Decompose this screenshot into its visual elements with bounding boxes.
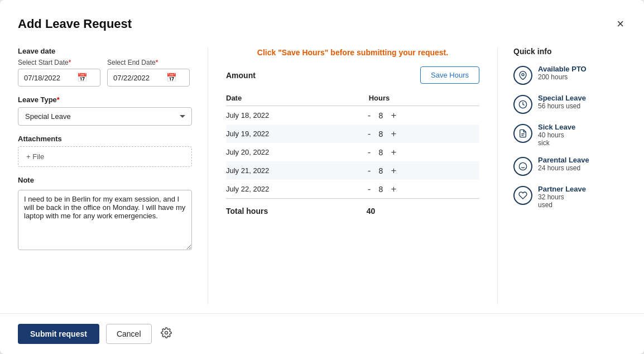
- row-date: July 19, 2022: [226, 125, 358, 143]
- cancel-button[interactable]: Cancel: [106, 324, 152, 344]
- date-row: Select Start Date* 📅 Select End Date* 📅: [18, 59, 192, 87]
- row-date: July 22, 2022: [226, 180, 358, 199]
- qi-text-4: Partner Leave 32 hoursused: [538, 185, 586, 209]
- row-hours-cell: - 8 +: [358, 106, 479, 125]
- table-row: July 19, 2022 - 8 +: [226, 125, 479, 143]
- increment-button[interactable]: +: [390, 166, 397, 175]
- qi-icon-4: [513, 186, 532, 205]
- hours-value: 8: [376, 111, 385, 120]
- file-upload-label: + File: [26, 152, 44, 161]
- row-date: July 20, 2022: [226, 143, 358, 161]
- qi-detail: 200 hours: [538, 73, 587, 81]
- decrement-button[interactable]: -: [367, 184, 372, 194]
- qi-text-3: Parental Leave 24 hours used: [538, 156, 589, 172]
- save-hours-button[interactable]: Save Hours: [420, 66, 479, 84]
- decrement-button[interactable]: -: [367, 147, 372, 157]
- decrement-button[interactable]: -: [367, 111, 372, 120]
- leave-date-label: Leave date: [18, 47, 192, 55]
- quick-info-items: Available PTO 200 hours Special Leave 56…: [513, 65, 626, 209]
- qi-icon-2: [513, 124, 532, 143]
- end-date-wrapper: 📅: [107, 69, 190, 87]
- qi-name: Special Leave: [538, 94, 586, 102]
- quick-info-item: Partner Leave 32 hoursused: [513, 185, 626, 209]
- modal-body: Leave date Select Start Date* 📅 Select E…: [0, 38, 644, 304]
- qi-icon-1: [513, 95, 532, 114]
- end-date-group: Select End Date* 📅: [107, 59, 190, 87]
- right-column: Quick info Available PTO 200 hours Speci…: [498, 47, 626, 304]
- increment-button[interactable]: +: [390, 184, 397, 194]
- end-date-label: Select End Date*: [107, 59, 190, 66]
- start-date-input[interactable]: [24, 74, 77, 82]
- start-date-wrapper: 📅: [18, 69, 100, 87]
- qi-detail: 24 hours used: [538, 164, 589, 172]
- increment-button[interactable]: +: [390, 129, 397, 138]
- table-row: July 21, 2022 - 8 +: [226, 161, 479, 180]
- left-column: Leave date Select Start Date* 📅 Select E…: [18, 47, 208, 304]
- leave-type-select[interactable]: Special Leave Annual Leave Sick Leave Pa…: [18, 107, 192, 126]
- modal-title: Add Leave Request: [18, 17, 132, 31]
- amount-label: Amount: [226, 71, 256, 80]
- leave-type-section: Leave Type* Special Leave Annual Leave S…: [18, 95, 192, 126]
- quick-info-title: Quick info: [513, 47, 626, 56]
- qi-name: Available PTO: [538, 65, 587, 73]
- start-date-group: Select Start Date* 📅: [18, 59, 100, 87]
- settings-button[interactable]: [158, 325, 174, 343]
- file-upload-box[interactable]: + File: [18, 146, 192, 167]
- attachments-label: Attachments: [18, 135, 192, 143]
- hours-table: Date Hours July 18, 2022 - 8 + July 19, …: [226, 90, 479, 220]
- row-hours-cell: - 8 +: [358, 125, 479, 143]
- hours-value: 8: [376, 130, 385, 138]
- qi-name: Sick Leave: [538, 123, 575, 131]
- row-hours-cell: - 8 +: [358, 143, 479, 161]
- svg-point-4: [519, 162, 526, 170]
- qi-icon-0: [513, 66, 532, 85]
- attachments-section: Attachments + File: [18, 135, 192, 167]
- quick-info-item: Sick Leave 40 hourssick: [513, 123, 626, 147]
- middle-column: Click "Save Hours" before submitting you…: [208, 47, 498, 304]
- close-button[interactable]: ×: [614, 16, 626, 32]
- qi-detail: 56 hours used: [538, 102, 586, 110]
- qi-detail: 40 hourssick: [538, 131, 575, 147]
- qi-text-0: Available PTO 200 hours: [538, 65, 587, 81]
- end-date-input[interactable]: [113, 74, 166, 82]
- qi-text-1: Special Leave 56 hours used: [538, 94, 586, 110]
- leave-type-label: Leave Type*: [18, 95, 192, 104]
- table-row: July 18, 2022 - 8 +: [226, 106, 479, 125]
- svg-point-7: [165, 331, 167, 334]
- qi-name: Parental Leave: [538, 156, 589, 164]
- note-label: Note: [18, 176, 192, 184]
- qi-icon-3: [513, 157, 532, 176]
- modal-footer: Submit request Cancel: [0, 313, 644, 354]
- table-row: July 22, 2022 - 8 +: [226, 180, 479, 199]
- note-section: Note I need to be in Berlin for my exam …: [18, 176, 192, 252]
- hours-value: 8: [376, 166, 385, 175]
- note-textarea[interactable]: I need to be in Berlin for my exam sessi…: [18, 190, 192, 250]
- save-warning: Click "Save Hours" before submitting you…: [226, 47, 479, 59]
- submit-button[interactable]: Submit request: [18, 324, 99, 344]
- svg-point-0: [522, 74, 524, 76]
- decrement-button[interactable]: -: [367, 166, 372, 175]
- qi-detail: 32 hoursused: [538, 193, 586, 209]
- start-date-label: Select Start Date*: [18, 59, 100, 66]
- hours-value: 8: [376, 185, 385, 194]
- end-date-calendar-icon[interactable]: 📅: [166, 73, 177, 83]
- qi-text-2: Sick Leave 40 hourssick: [538, 123, 575, 147]
- hours-value: 8: [376, 148, 385, 157]
- col-date-header: Date: [226, 90, 358, 106]
- table-row: July 20, 2022 - 8 +: [226, 143, 479, 161]
- row-hours-cell: - 8 +: [358, 180, 479, 199]
- col-hours-header: Hours: [358, 90, 479, 106]
- total-value: 40: [358, 199, 479, 221]
- modal-header: Add Leave Request ×: [0, 0, 644, 38]
- row-date: July 18, 2022: [226, 106, 358, 125]
- decrement-button[interactable]: -: [367, 129, 372, 138]
- qi-name: Partner Leave: [538, 185, 586, 193]
- row-hours-cell: - 8 +: [358, 161, 479, 180]
- increment-button[interactable]: +: [390, 111, 397, 120]
- increment-button[interactable]: +: [390, 147, 397, 157]
- row-date: July 21, 2022: [226, 161, 358, 180]
- quick-info-item: Parental Leave 24 hours used: [513, 156, 626, 176]
- start-date-calendar-icon[interactable]: 📅: [77, 73, 88, 83]
- add-leave-modal: Add Leave Request × Leave date Select St…: [0, 0, 644, 354]
- total-label: Total hours: [226, 199, 358, 221]
